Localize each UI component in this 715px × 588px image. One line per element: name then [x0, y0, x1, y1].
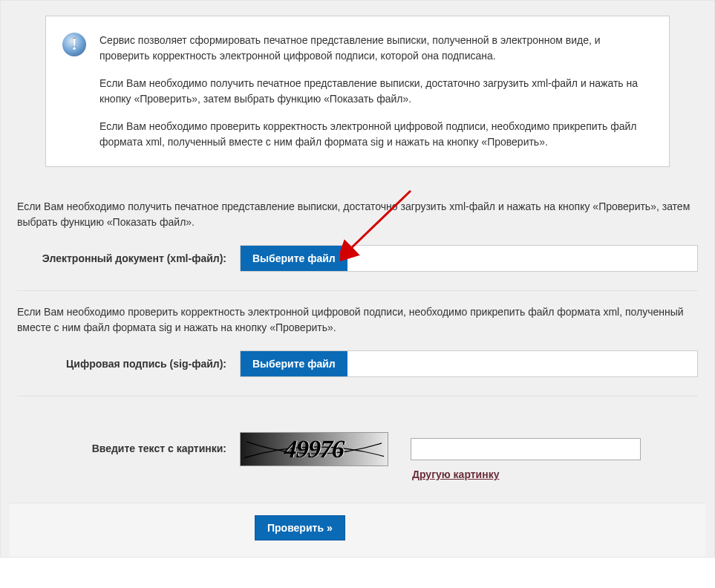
xml-file-block: Выберите файл	[240, 245, 698, 272]
info-paragraph-2: Если Вам необходимо получить печатное пр…	[99, 76, 651, 107]
sig-field-row: Цифровая подпись (sig-файл): Выберите фа…	[10, 336, 705, 396]
xml-field-label: Электронный документ (xml-файл):	[17, 252, 240, 264]
xml-field-row: Электронный документ (xml-файл): Выберит…	[10, 230, 705, 290]
info-panel: ! Сервис позволяет сформировать печатное…	[45, 16, 670, 167]
captcha-image-text: 49976	[284, 435, 345, 463]
captcha-image: 49976	[240, 432, 388, 466]
sig-field-label: Цифровая подпись (sig-файл):	[17, 358, 240, 370]
info-paragraph-1: Сервис позволяет сформировать печатное п…	[99, 33, 651, 64]
info-icon: !	[62, 33, 86, 56]
xml-section-note: Если Вам необходимо получить печатное пр…	[10, 186, 705, 230]
form-container: ! Сервис позволяет сформировать печатное…	[0, 0, 715, 558]
sig-section-note: Если Вам необходимо проверить корректнос…	[10, 291, 705, 336]
captcha-refresh-link[interactable]: Другую картинку	[412, 468, 641, 480]
sig-choose-file-button[interactable]: Выберите файл	[241, 351, 347, 376]
info-paragraph-3: Если Вам необходимо проверить корректнос…	[99, 119, 651, 150]
info-text: Сервис позволяет сформировать печатное п…	[99, 33, 651, 150]
sig-file-name	[347, 351, 697, 376]
captcha-input[interactable]	[411, 438, 641, 460]
captcha-row: Введите текст с картинки: 49976 Другую к…	[10, 396, 705, 503]
submit-row: Проверить »	[10, 503, 705, 557]
submit-button[interactable]: Проверить »	[255, 515, 345, 540]
sig-file-block: Выберите файл	[240, 350, 698, 377]
xml-file-name	[347, 246, 697, 271]
xml-choose-file-button[interactable]: Выберите файл	[241, 246, 347, 271]
captcha-label: Введите текст с картинки:	[17, 432, 240, 454]
